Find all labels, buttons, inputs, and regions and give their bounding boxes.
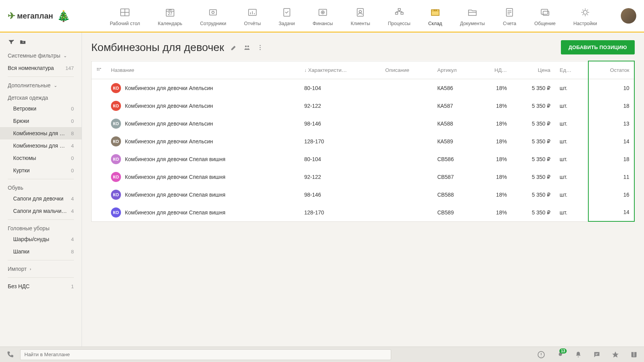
cell-stock: 11 bbox=[588, 168, 634, 186]
book-icon[interactable] bbox=[630, 351, 638, 359]
sidebar-item-label: Комбинезоны для … bbox=[13, 130, 65, 136]
nav-item-1[interactable]: 27декКалендарь bbox=[155, 4, 185, 28]
nav-icon bbox=[280, 5, 294, 19]
sidebar-group-header[interactable]: Детская одежда bbox=[0, 92, 82, 102]
all-nomenclature[interactable]: Вся номенклатура 147 bbox=[0, 62, 82, 74]
star-icon[interactable] bbox=[612, 351, 619, 359]
alert-circle-icon[interactable] bbox=[537, 351, 545, 359]
logo[interactable]: ✈ мегаплан bbox=[8, 10, 53, 21]
sidebar-item[interactable]: Куртки0 bbox=[0, 164, 82, 177]
no-vat-item[interactable]: Без НДС 1 bbox=[0, 280, 82, 292]
cell-vat: 18% bbox=[477, 79, 511, 97]
nav-item-4[interactable]: Задачи bbox=[276, 4, 298, 28]
table-row[interactable]: КОКомбинезон для девочки Апельсин 98-146… bbox=[92, 115, 635, 133]
nav-item-6[interactable]: Клиенты bbox=[348, 4, 373, 28]
bell-icon[interactable] bbox=[574, 351, 582, 359]
cell-sku: КА588 bbox=[433, 115, 477, 133]
no-vat-count: 1 bbox=[71, 284, 74, 289]
all-nomenclature-count: 147 bbox=[65, 65, 74, 71]
product-avatar: КО bbox=[111, 154, 121, 164]
svg-point-36 bbox=[247, 45, 249, 47]
phone-icon[interactable] bbox=[6, 351, 14, 359]
sidebar-item[interactable]: Комбинезоны для …4 bbox=[0, 139, 82, 152]
nav-item-7[interactable]: Процессы bbox=[385, 4, 413, 28]
filter-add-icon[interactable] bbox=[8, 39, 15, 46]
nav-item-3[interactable]: Отчёты bbox=[241, 4, 264, 28]
cell-sku: СВ589 bbox=[433, 204, 477, 222]
cell-unit: шт. bbox=[555, 97, 589, 115]
cell-desc bbox=[381, 133, 433, 150]
sidebar-item[interactable]: Сапоги для девочки4 bbox=[0, 192, 82, 205]
chat-icon[interactable] bbox=[593, 351, 601, 359]
search-input[interactable] bbox=[20, 349, 391, 360]
fire-icon[interactable]: 13 bbox=[556, 351, 564, 359]
cell-price: 5 350 ₽ bbox=[511, 186, 555, 204]
col-sku[interactable]: Артикул bbox=[433, 61, 477, 79]
folder-add-icon[interactable] bbox=[19, 39, 26, 46]
cell-char: 80-104 bbox=[300, 79, 381, 97]
col-name[interactable]: Название bbox=[106, 61, 300, 79]
nav-item-11[interactable]: Общение bbox=[531, 4, 559, 28]
column-settings[interactable] bbox=[92, 61, 107, 79]
nav-items: Рабочий стол27декКалендарьСотрудникиОтчё… bbox=[86, 4, 621, 28]
nav-item-9[interactable]: Документы bbox=[457, 4, 488, 28]
sidebar-item-label: Брюки bbox=[13, 118, 29, 124]
product-name: Комбинезон для девочки Спелая вишня bbox=[125, 209, 225, 216]
col-desc[interactable]: Описание bbox=[381, 61, 433, 79]
table-row[interactable]: КОКомбинезон для девочки Апельсин 128-17… bbox=[92, 133, 635, 150]
table-row[interactable]: КОКомбинезон для девочки Спелая вишня 12… bbox=[92, 204, 635, 222]
sidebar-item[interactable]: Комбинезоны для …8 bbox=[0, 127, 82, 139]
product-avatar: КО bbox=[111, 83, 121, 93]
col-unit[interactable]: Ед… bbox=[555, 61, 589, 79]
fire-badge: 13 bbox=[559, 348, 567, 354]
sidebar-item[interactable]: Шарфы/снуды4 bbox=[0, 233, 82, 245]
nav-item-0[interactable]: Рабочий стол bbox=[107, 4, 143, 28]
table-row[interactable]: КОКомбинезон для девочки Спелая вишня 92… bbox=[92, 168, 635, 186]
table-row[interactable]: КОКомбинезон для девочки Спелая вишня 98… bbox=[92, 186, 635, 204]
nav-icon bbox=[316, 5, 330, 19]
sidebar-item-count: 0 bbox=[71, 155, 74, 161]
import-header[interactable]: Импорт › bbox=[0, 263, 82, 275]
system-filters-header[interactable]: Системные фильтры ⌄ bbox=[0, 49, 82, 62]
table-row[interactable]: КОКомбинезон для девочки Апельсин 80-104… bbox=[92, 79, 635, 97]
table-row[interactable]: КОКомбинезон для девочки Апельсин 92-122… bbox=[92, 97, 635, 115]
svg-text:27: 27 bbox=[168, 12, 172, 16]
nav-item-8[interactable]: Склад bbox=[425, 4, 445, 28]
sidebar-item[interactable]: Брюки0 bbox=[0, 115, 82, 127]
sidebar-item[interactable]: Костюмы0 bbox=[0, 152, 82, 164]
top-header: ✈ мегаплан 🎄 Рабочий стол27декКалендарьС… bbox=[0, 0, 644, 32]
divider bbox=[8, 179, 74, 179]
edit-icon[interactable] bbox=[230, 44, 237, 51]
svg-point-38 bbox=[259, 47, 261, 48]
sidebar-group-header[interactable]: Головные уборы bbox=[0, 222, 82, 233]
additional-filters-header[interactable]: Дополнительные ⌄ bbox=[0, 79, 82, 92]
tree-icon: 🎄 bbox=[57, 10, 70, 22]
cell-stock: 18 bbox=[588, 97, 634, 115]
nav-label: Настройки bbox=[573, 21, 597, 26]
cell-vat: 18% bbox=[477, 133, 511, 150]
cell-sku: СВ588 bbox=[433, 186, 477, 204]
nav-item-10[interactable]: Счета bbox=[499, 4, 520, 28]
col-vat[interactable]: НД… bbox=[477, 61, 511, 79]
cell-char: 80-104 bbox=[300, 150, 381, 168]
col-stock[interactable]: Остаток bbox=[588, 61, 634, 79]
svg-rect-19 bbox=[398, 8, 400, 10]
user-avatar[interactable] bbox=[621, 8, 636, 24]
cell-stock: 18 bbox=[588, 150, 634, 168]
add-position-button[interactable]: ДОБАВИТЬ ПОЗИЦИЮ bbox=[561, 40, 635, 54]
footer-icons: 13 bbox=[537, 351, 638, 359]
col-char[interactable]: ↓Характеристи… bbox=[300, 61, 381, 79]
sidebar-item[interactable]: Сапоги для мальчи…4 bbox=[0, 205, 82, 217]
nav-icon bbox=[538, 5, 552, 19]
col-price[interactable]: Цена bbox=[511, 61, 555, 79]
table-row[interactable]: КОКомбинезон для девочки Спелая вишня 80… bbox=[92, 150, 635, 168]
share-people-icon[interactable] bbox=[244, 44, 250, 51]
sidebar-group-header[interactable]: Обувь bbox=[0, 182, 82, 192]
sidebar-item[interactable]: Шапки8 bbox=[0, 245, 82, 258]
sidebar-item[interactable]: Ветровки0 bbox=[0, 102, 82, 115]
cell-sku: СВ587 bbox=[433, 168, 477, 186]
nav-item-12[interactable]: Настройки bbox=[570, 4, 600, 28]
nav-item-5[interactable]: Финансы bbox=[310, 4, 336, 28]
more-vertical-icon[interactable] bbox=[257, 44, 264, 51]
nav-item-2[interactable]: Сотрудники bbox=[197, 4, 229, 28]
